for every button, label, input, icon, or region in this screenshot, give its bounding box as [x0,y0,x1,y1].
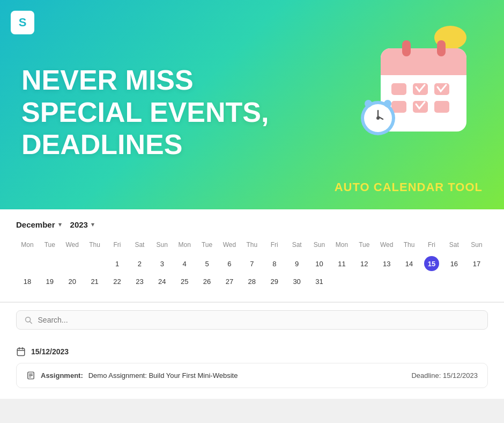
month-label: December [16,220,55,229]
day-cell-10[interactable]: 10 [308,253,331,274]
calendar-grid: Mon Tue Wed Thu Fri Sat Sun Mon Tue Wed … [16,239,488,289]
day-cell-31[interactable]: 31 [308,274,331,289]
table-row: 1 2 3 4 5 6 7 8 9 10 11 12 13 14 15 16 1 [16,253,488,274]
day-cell-25[interactable]: 25 [173,274,196,289]
calendar-icon [16,347,26,356]
day-cell-19[interactable]: 19 [39,274,61,289]
event-date-header: 15/12/2023 [16,337,488,363]
hero-title: NEVER MISS SPECIAL EVENTS, DEADLINES [21,64,300,161]
event-date-label: 15/12/2023 [31,347,69,356]
event-type: Assignment: [41,371,83,380]
day-cell-16[interactable]: 16 [443,253,465,274]
col-header-fri3: Fri [420,239,443,253]
month-selector[interactable]: December ▾ [16,220,62,229]
search-bar [16,310,488,330]
day-cell-21[interactable]: 21 [84,274,106,289]
col-header-wed3: Wed [375,239,398,253]
event-title: Demo Assignment: Build Your First Mini-W… [88,371,238,380]
event-card-left: Assignment: Demo Assignment: Build Your … [26,371,238,380]
col-header-thu1: Thu [84,239,106,253]
day-cell-8[interactable]: 8 [263,253,286,274]
day-cell-27[interactable]: 27 [218,274,241,289]
year-selector[interactable]: 2023 ▾ [70,220,94,229]
col-header-wed2: Wed [218,239,241,253]
year-label: 2023 [70,220,88,229]
col-header-sun3: Sun [465,239,488,253]
day-cell-26[interactable]: 26 [196,274,218,289]
month-chevron-icon: ▾ [58,221,62,228]
day-cell-20[interactable]: 20 [61,274,84,289]
svg-rect-11 [391,101,406,113]
svg-rect-23 [17,348,25,356]
hero-section: S NEVER MISS SPECIAL EVENTS, DEADLINES A… [0,0,504,209]
svg-rect-13 [434,101,449,113]
col-header-thu2: Thu [241,239,263,253]
table-row: 18 19 20 21 22 23 24 25 26 27 28 29 30 3… [16,274,488,289]
day-cell-7[interactable]: 7 [241,253,263,274]
day-cell-11[interactable]: 11 [330,253,353,274]
svg-point-20 [384,100,391,107]
day-cell-empty [420,274,443,289]
col-header-fri2: Fri [263,239,286,253]
search-icon [24,316,33,324]
day-cell-15-today[interactable]: 15 [420,253,443,274]
day-cell[interactable] [16,253,39,274]
day-cell-14[interactable]: 14 [398,253,420,274]
svg-rect-7 [437,40,446,56]
day-cell-13[interactable]: 13 [375,253,398,274]
event-card: Assignment: Demo Assignment: Build Your … [16,363,488,388]
svg-line-22 [30,322,32,324]
col-header-mon1: Mon [16,239,39,253]
hero-illustration [338,5,488,166]
col-header-tue3: Tue [353,239,375,253]
event-deadline: Deadline: 15/12/2023 [411,371,478,380]
year-chevron-icon: ▾ [91,221,94,228]
svg-rect-8 [391,83,406,95]
day-cell-empty [398,274,420,289]
search-section [0,302,504,337]
day-cell-4[interactable]: 4 [173,253,196,274]
day-cell-2[interactable]: 2 [128,253,151,274]
assignment-icon [26,371,35,380]
day-cell-12[interactable]: 12 [353,253,375,274]
col-header-thu3: Thu [398,239,420,253]
col-header-sat3: Sat [443,239,465,253]
logo: S [11,11,34,34]
col-header-tue1: Tue [39,239,61,253]
col-header-wed1: Wed [61,239,84,253]
day-cell-23[interactable]: 23 [128,274,151,289]
col-header-sat2: Sat [286,239,308,253]
events-section: 15/12/2023 Assignment: Demo Assignment: … [0,337,504,399]
day-cell-29[interactable]: 29 [263,274,286,289]
day-cell-empty [443,274,465,289]
day-cell-empty [465,274,488,289]
svg-rect-5 [381,64,466,75]
search-input[interactable] [38,316,480,324]
day-cell-empty [375,274,398,289]
col-header-mon2: Mon [173,239,196,253]
col-header-mon3: Mon [330,239,353,253]
day-cell-3[interactable]: 3 [151,253,173,274]
hero-subtitle: AUTO CALENDAR TOOL [335,180,483,194]
col-header-sun2: Sun [308,239,331,253]
day-cell-17[interactable]: 17 [465,253,488,274]
day-cell-empty [353,274,375,289]
day-cell-6[interactable]: 6 [218,253,241,274]
day-cell-24[interactable]: 24 [151,274,173,289]
day-cell-9[interactable]: 9 [286,253,308,274]
day-cell-5[interactable]: 5 [196,253,218,274]
day-cell[interactable] [61,253,84,274]
day-cell-28[interactable]: 28 [241,274,263,289]
svg-rect-6 [402,40,411,56]
calendar-widget: December ▾ 2023 ▾ Mon Tue Wed Thu Fri Sa… [0,209,504,302]
col-header-tue2: Tue [196,239,218,253]
col-header-fri1: Fri [106,239,129,253]
day-cell-1[interactable]: 1 [106,253,129,274]
day-cell-30[interactable]: 30 [286,274,308,289]
day-cell[interactable] [39,253,61,274]
col-header-sun1: Sun [151,239,173,253]
day-cell[interactable] [84,253,106,274]
svg-point-19 [365,100,372,107]
day-cell-18[interactable]: 18 [16,274,39,289]
day-cell-22[interactable]: 22 [106,274,129,289]
